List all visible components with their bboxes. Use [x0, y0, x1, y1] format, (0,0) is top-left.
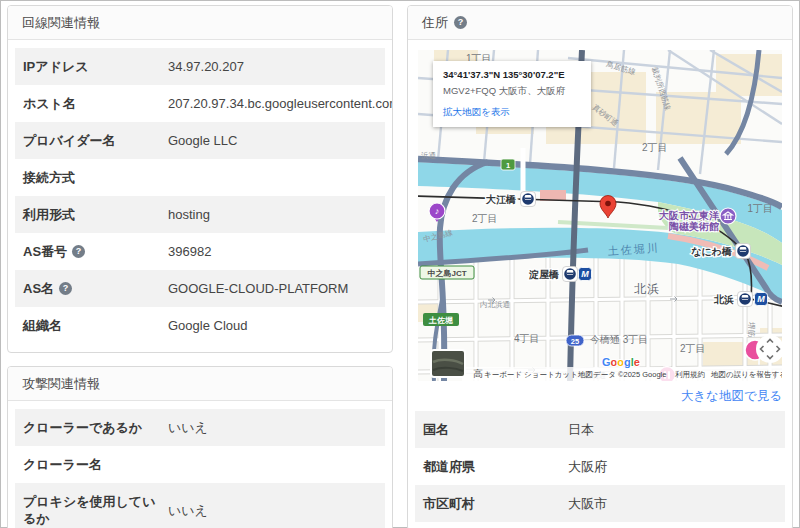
table-row: 利用形式 hosting	[15, 196, 385, 233]
map-label: 2丁目	[680, 343, 706, 354]
row-label-text: IPアドレス	[23, 58, 89, 75]
help-icon[interactable]	[454, 16, 467, 29]
yodoyabashi-station-icon[interactable]	[563, 267, 578, 282]
kitahama-metro-icon[interactable]	[755, 293, 768, 306]
table-row: 国名 日本	[415, 411, 785, 448]
row-label-text: 国名	[423, 421, 449, 438]
yodoyabashi-metro-icon[interactable]	[579, 268, 592, 281]
naniwabashi-station-icon[interactable]	[736, 244, 751, 259]
row-label-text: 組織名	[23, 317, 62, 334]
table-row: 接続方式	[15, 159, 385, 196]
table-row: 市区町村 大阪市	[415, 485, 785, 522]
table-row: クローラーであるか いいえ	[15, 409, 385, 446]
station-label: 淀屋橋	[528, 269, 559, 280]
row-label-text: ホスト名	[23, 95, 76, 112]
route-25-shield: 25	[566, 335, 584, 346]
map-label: 4丁目	[514, 333, 540, 344]
svg-text:25: 25	[571, 337, 579, 346]
museum-icon[interactable]	[720, 208, 736, 224]
google-map-embed[interactable]: M	[418, 50, 782, 381]
row-value-text: 大阪市	[568, 495, 607, 512]
row-value-text: Google LLC	[168, 132, 237, 149]
address-table: 国名 日本 都道府県 大阪府 市区町村 大阪市	[415, 411, 785, 522]
expand-map-link[interactable]: 拡大地図を表示	[443, 106, 581, 119]
station-label: 大江橋	[485, 194, 516, 205]
museum-label: 陶磁美術館	[669, 221, 719, 232]
tosabori-badge: 土佐堀	[423, 313, 459, 326]
row-label-text: 接続方式	[23, 169, 75, 186]
kitahama-station-icon[interactable]	[738, 292, 753, 307]
map-label: 高	[473, 368, 483, 379]
svg-text:♪: ♪	[435, 206, 440, 216]
line-info-table: IPアドレス 34.97.20.207 ホスト名 207.20.97.34.bc…	[8, 40, 392, 352]
row-value-text: 207.20.97.34.bc.googleusercontent.com	[168, 95, 393, 112]
report-error-link[interactable]: 地図の誤りを報告する	[710, 370, 782, 379]
address-card: 住所	[407, 5, 793, 528]
keyboard-shortcuts-link[interactable]: キーボード ショートカット	[484, 370, 578, 379]
row-label-text: 市区町村	[423, 495, 475, 512]
map-label: 2丁目	[642, 142, 668, 153]
row-value-text: Google Cloud	[168, 317, 248, 334]
svg-text:中之島JCT: 中之島JCT	[427, 268, 466, 278]
table-row: プロバイダー名 Google LLC	[15, 122, 385, 159]
route-1-shield: 1	[501, 159, 515, 170]
table-row: AS名 GOOGLE-CLOUD-PLATFORM	[15, 270, 385, 307]
station-label: 北浜	[713, 294, 734, 305]
table-row: ホスト名 207.20.97.34.bc.googleusercontent.c…	[15, 85, 385, 122]
row-label-text: 利用形式	[23, 206, 75, 223]
row-label-text: クローラー名	[23, 456, 102, 473]
row-label-text: プロバイダー名	[23, 132, 116, 149]
map-info-card: 34°41'37.3"N 135°30'07.2"E MGV2+FQQ 大阪市、…	[433, 61, 591, 127]
table-row: 組織名 Google Cloud	[15, 307, 385, 344]
address-header: 住所	[408, 6, 792, 40]
attack-info-header: 攻撃関連情報	[8, 367, 392, 401]
plus-code-text: MGV2+FQQ 大阪市、大阪府	[443, 85, 581, 98]
line-info-card: 回線関連情報 IPアドレス 34.97.20.207 ホスト名 207.20.9…	[7, 5, 393, 353]
map-label: 今橋通 3丁目	[590, 334, 648, 345]
row-label-text: クローラーであるか	[23, 419, 142, 436]
map-label: 2丁目	[472, 213, 498, 224]
row-value-text: 34.97.20.207	[168, 58, 244, 75]
map-label: 浜通	[421, 151, 437, 160]
address-body: M	[408, 40, 792, 528]
table-row: 都道府県 大阪府	[415, 448, 785, 485]
nakanoshima-jct-badge: 中之島JCT	[420, 266, 474, 279]
terms-link[interactable]: 利用規約	[675, 370, 705, 379]
row-label-text: プロキシを使用しているか	[23, 493, 168, 527]
page: 回線関連情報 IPアドレス 34.97.20.207 ホスト名 207.20.9…	[0, 0, 800, 528]
area-label: 北浜	[634, 282, 660, 296]
left-column: 回線関連情報 IPアドレス 34.97.20.207 ホスト名 207.20.9…	[7, 5, 393, 523]
map-label: 堺筋	[747, 321, 756, 338]
line-info-title: 回線関連情報	[22, 14, 100, 31]
row-label-text: AS名	[23, 280, 54, 297]
table-row: クローラー名	[15, 446, 385, 483]
svg-text:土佐堀: 土佐堀	[428, 316, 453, 325]
museum-label: 大阪市立東洋	[658, 210, 720, 221]
google-logo[interactable]: Google	[602, 356, 640, 368]
satellite-layer-toggle[interactable]	[431, 350, 465, 377]
address-title: 住所	[422, 14, 448, 31]
map-label: 内北浜通	[480, 300, 511, 309]
row-value-text: いいえ	[168, 502, 208, 519]
map-label: 1丁目	[747, 203, 773, 214]
help-icon[interactable]	[59, 282, 72, 295]
table-row: プロキシを使用しているか いいえ	[15, 483, 385, 528]
row-value-text: 大阪府	[568, 458, 607, 475]
right-column: 住所	[407, 5, 793, 523]
row-value-text: いいえ	[168, 419, 208, 436]
view-larger-map-link[interactable]: 大きな地図で見る	[418, 388, 782, 405]
svg-text:1: 1	[506, 161, 510, 170]
help-icon[interactable]	[72, 245, 85, 258]
table-row: IPアドレス 34.97.20.207	[15, 48, 385, 85]
row-value-text: 日本	[568, 421, 594, 438]
station-label: なにわ橋	[691, 246, 732, 258]
coordinates-text: 34°41'37.3"N 135°30'07.2"E	[443, 69, 581, 80]
oebashi-station-icon[interactable]	[521, 192, 536, 207]
row-value-text: hosting	[168, 206, 210, 223]
row-value-text: 396982	[168, 243, 211, 260]
table-row: AS番号 396982	[15, 233, 385, 270]
line-info-header: 回線関連情報	[8, 6, 392, 40]
attack-info-card: 攻撃関連情報 クローラーであるか いいえ クローラー名 プロキシを使用しているか…	[7, 366, 393, 528]
row-label-text: AS番号	[23, 243, 67, 260]
attack-info-title: 攻撃関連情報	[22, 375, 100, 392]
